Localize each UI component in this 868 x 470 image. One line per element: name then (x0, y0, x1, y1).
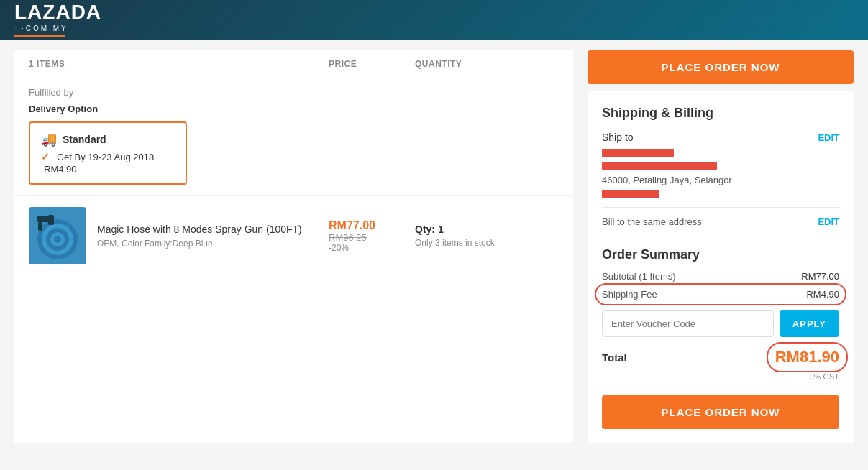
bill-edit-link[interactable]: EDIT (818, 216, 839, 227)
subtotal-label: Subtotal (1 Items) (602, 271, 676, 282)
col-price-label: PRICE (329, 59, 415, 69)
logo-text: LAZADA (14, 2, 101, 22)
qty-value: 1 (438, 224, 444, 235)
total-value: RM81.90 (775, 348, 839, 367)
delivery-date: Get By 19-23 Aug 2018 (57, 152, 154, 162)
address-block: 46000, Petaling Jaya, Selangor (602, 149, 839, 198)
order-card: Shipping & Billing Ship to EDIT 46000, P… (588, 91, 854, 443)
delivery-type: Standard (63, 134, 106, 145)
voucher-input[interactable] (602, 310, 774, 337)
product-row: Magic Hose with 8 Modes Spray Gun (100FT… (14, 195, 573, 275)
divider-1 (602, 207, 839, 208)
voucher-row: APPLY (602, 310, 839, 337)
gst-note: 0% GST (602, 372, 839, 381)
delivery-option-box[interactable]: 🚚 Standard ✓ Get By 19-23 Aug 2018 RM4.9… (29, 121, 187, 185)
subtotal-value: RM77.00 (801, 271, 839, 282)
col-items-label: 1 ITEMS (29, 59, 329, 69)
right-panel: PLACE ORDER NOW Shipping & Billing Ship … (588, 50, 854, 443)
logo-container: LAZADA · ·COM·MY (14, 2, 101, 37)
bill-row: Bill to the same address EDIT (602, 216, 839, 227)
address-redacted-extra (602, 190, 659, 198)
total-label: Total (602, 351, 627, 364)
shipping-fee-value: RM4.90 (806, 289, 839, 300)
svg-rect-7 (38, 222, 42, 231)
truck-icon: 🚚 (41, 132, 57, 147)
header: LAZADA · ·COM·MY (0, 0, 868, 40)
logo-underline (14, 35, 65, 37)
ship-to-row: Ship to EDIT (602, 132, 839, 143)
left-panel: 1 ITEMS PRICE QUANTITY Fulfilled by Deli… (14, 50, 573, 443)
address-redacted-street (602, 162, 717, 170)
product-info: Magic Hose with 8 Modes Spray Gun (100FT… (29, 207, 329, 264)
product-svg (31, 209, 85, 263)
price-discount: -20% (329, 243, 415, 253)
address-redacted-name (602, 149, 674, 157)
place-order-top-button[interactable]: PLACE ORDER NOW (588, 50, 854, 84)
product-variant: OEM, Color Family:Deep Blue (97, 239, 329, 249)
stock-warning: Only 3 items in stock (415, 238, 559, 248)
product-qty-block: Qty: 1 Only 3 items in stock (415, 224, 559, 248)
svg-rect-6 (48, 215, 54, 225)
divider-2 (602, 236, 839, 236)
product-price-block: RM77.00 RM96.25 -20% (329, 219, 415, 253)
shipping-billing-title: Shipping & Billing (602, 106, 839, 121)
bill-label: Bill to the same address (602, 216, 702, 227)
subtotal-row: Subtotal (1 Items) RM77.00 (602, 271, 839, 282)
apply-voucher-button[interactable]: APPLY (780, 310, 839, 337)
delivery-option-label: Delivery Option (14, 103, 573, 121)
product-details: Magic Hose with 8 Modes Spray Gun (100FT… (97, 224, 329, 249)
qty-label: Qty: 1 (415, 224, 559, 235)
price-original: RM96.25 (329, 232, 415, 243)
order-summary-title: Order Summary (602, 247, 839, 262)
check-icon: ✓ (41, 151, 50, 162)
col-qty-label: QUANTITY (415, 59, 559, 69)
svg-point-4 (54, 236, 61, 243)
shipping-fee-label: Shipping Fee (602, 289, 657, 300)
main-container: 1 ITEMS PRICE QUANTITY Fulfilled by Deli… (0, 40, 868, 454)
price-current: RM77.00 (329, 219, 415, 232)
ship-to-label: Ship to (602, 132, 634, 143)
total-row: Total RM81.90 (602, 348, 839, 367)
product-image (29, 207, 86, 264)
fulfilled-by-label: Fulfilled by (14, 78, 573, 103)
logo-sub: · ·COM·MY (14, 22, 101, 34)
ship-to-edit-link[interactable]: EDIT (818, 132, 839, 143)
place-order-bottom-button[interactable]: PLACE ORDER NOW (602, 395, 839, 429)
items-header: 1 ITEMS PRICE QUANTITY (14, 50, 573, 78)
address-city: 46000, Petaling Jaya, Selangor (602, 175, 839, 185)
product-name: Magic Hose with 8 Modes Spray Gun (100FT… (97, 224, 329, 235)
shipping-fee-row: Shipping Fee RM4.90 (602, 289, 839, 300)
delivery-price: RM4.90 (44, 164, 175, 175)
